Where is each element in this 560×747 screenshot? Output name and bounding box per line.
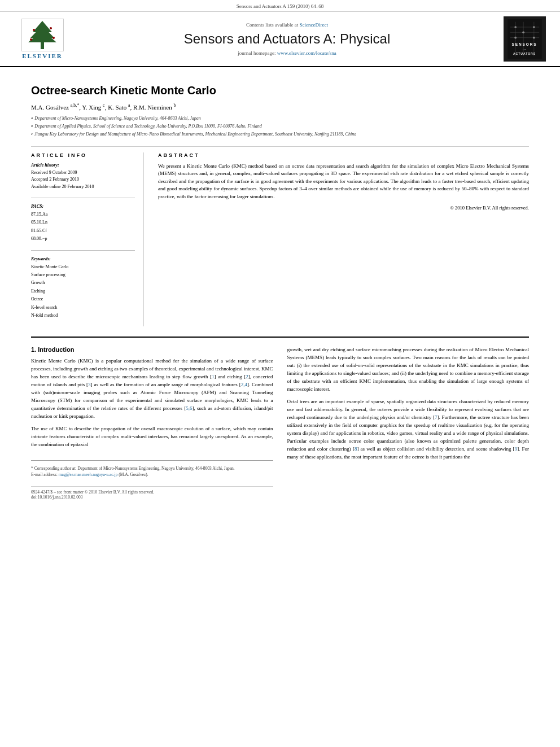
svg-point-16 [522,31,524,33]
paper-title: Octree-search Kinetic Monte Carlo [31,84,529,97]
svg-point-5 [50,27,52,29]
intro-label: Introduction [38,346,74,353]
page: Sensors and Actuators A 159 (2010) 64–68 [0,0,560,747]
svg-text:ACTUATORS: ACTUATORS [513,52,536,55]
pacs-label: PACS: [31,204,135,209]
homepage-label: journal homepage: [238,50,275,56]
copyright-line: © 2010 Elsevier B.V. All rights reserved… [158,205,529,211]
keywords-label: Keywords: [31,256,135,261]
keyword-1: Kinetic Monte Carlo [31,263,135,271]
pacs-item-3: 81.65.Cf [31,227,135,235]
pacs-item-2: 05.10.Ln [31,219,135,226]
content-area: Octree-search Kinetic Monte Carlo M.A. G… [0,67,560,511]
sensors-badge-svg: SENSORS ... ACTUATORS [506,19,543,59]
keyword-4: Etching [31,287,135,295]
svg-text:SENSORS: SENSORS [512,42,537,46]
right-para-1: growth, wet and dry etching and surface … [287,346,530,394]
affil-c-text: Jiangsu Key Laboratory for Design and Ma… [34,131,356,138]
sciencedirect-link[interactable]: ScienceDirect [300,22,328,28]
footnote-email: E-mail address: mag@se.mae.meeh.nagoya-u… [31,471,273,478]
abstract-column: ABSTRACT We present a Kinetic Monte Carl… [158,152,529,327]
main-col-right: growth, wet and dry etching and surface … [287,346,530,500]
affil-c: c Jiangsu Key Laboratory for Design and … [31,131,529,138]
accepted-date: Accepted 2 February 2010 [31,176,135,184]
keyword-7: N-fold method [31,312,135,320]
keywords-section: Keywords: Kinetic Monte Carlo Surface pr… [31,256,135,320]
journal-header: ELSEVIER Contents lists available at Sci… [0,12,560,67]
keyword-3: Growth [31,279,135,287]
svg-point-17 [533,26,535,28]
pacs-section: PACS: 87.15.Aa 05.10.Ln 81.65.Cf 68.08.−… [31,204,135,243]
authors-line: M.A. Gosálvez a,b,*, Y. Xing c, K. Sato … [31,103,529,111]
affil-b: b Department of Applied Physics, School … [31,123,529,130]
journal-header-center: Contents lists available at ScienceDirec… [79,16,495,62]
doi-line: doi:10.1016/j.sna.2010.02.003 [31,495,273,500]
right-para-2: Octal trees are an important example of … [287,398,530,461]
affil-a: a Department of Micro-Nanosystems Engine… [31,115,529,122]
main-col-left: 1. Introduction Kinetic Monte Carlo (KMC… [31,346,273,500]
intro-para-2: The use of KMC to describe the propagati… [31,425,273,449]
article-history-section: Article history: Received 9 October 2009… [31,163,135,191]
divider-1 [31,198,135,198]
svg-point-6 [30,38,32,41]
keywords-list: Kinetic Monte Carlo Surface processing G… [31,263,135,320]
issn-line: 0924-4247/$ – see front matter © 2010 El… [31,490,273,495]
affil-a-text: Department of Micro-Nanosystems Engineer… [34,115,200,122]
divider-2 [31,250,135,251]
article-history-label: Article history: [31,163,135,168]
elsevier-tree-svg [23,20,62,51]
svg-rect-0 [41,42,44,49]
svg-text:...: ... [523,47,527,50]
elsevier-logo-area: ELSEVIER [11,16,73,62]
article-info-abstract-row: ARTICLE INFO Article history: Received 9… [31,146,529,327]
affil-b-text: Department of Applied Physics, School of… [34,123,261,130]
sensors-badge-area: SENSORS ... ACTUATORS [501,16,549,62]
email-link[interactable]: mag@se.mae.meeh.nagoya-u.ac.jp [59,472,118,477]
footnote-corresponding: * Corresponding author at: Department of… [31,465,273,471]
elsevier-wordmark: ELSEVIER [22,53,63,59]
article-info-column: ARTICLE INFO Article history: Received 9… [31,152,144,327]
intro-number: 1. [31,346,36,353]
svg-point-7 [53,37,55,39]
sciencedirect-label: Contents lists available at [246,22,298,28]
pacs-item-4: 68.08.−p [31,235,135,243]
elsevier-tree-icon [21,19,64,51]
footnote-area: * Corresponding author at: Department of… [31,460,273,478]
svg-point-18 [514,37,517,39]
sensors-badge: SENSORS ... ACTUATORS [504,16,546,62]
email-label: E-mail address: [31,472,59,477]
svg-point-15 [514,26,517,28]
homepage-url[interactable]: www.elsevier.com/locate/sna [277,50,336,56]
intro-title: 1. Introduction [31,346,273,353]
affiliations: a Department of Micro-Nanosystems Engine… [31,115,529,138]
pacs-list: 87.15.Aa 05.10.Ln 81.65.Cf 68.08.−p [31,211,135,243]
keyword-2: Surface processing [31,271,135,279]
pacs-item-1: 87.15.Aa [31,211,135,219]
keyword-6: K-level search [31,304,135,312]
sciencedirect-bar: Contents lists available at ScienceDirec… [246,22,328,28]
svg-point-19 [533,37,535,39]
keyword-5: Octree [31,295,135,303]
svg-point-4 [33,29,35,31]
elsevier-logo: ELSEVIER [21,19,64,59]
article-info-heading: ARTICLE INFO [31,152,135,158]
received-date: Received 9 October 2009 [31,169,135,177]
main-body: 1. Introduction Kinetic Monte Carlo (KMC… [31,337,529,500]
intro-para-1: Kinetic Monte Carlo (KMC) is a popular c… [31,357,273,421]
abstract-text: We present a Kinetic Monte Carlo (KMC) m… [158,163,529,201]
abstract-heading: ABSTRACT [158,152,529,158]
email-suffix: (M.A. Gosálvez). [119,472,148,477]
bottom-bar: 0924-4247/$ – see front matter © 2010 El… [31,486,273,500]
journal-top-bar: Sensors and Actuators A 159 (2010) 64–68 [0,0,560,12]
journal-citation: Sensors and Actuators A 159 (2010) 64–68 [237,3,324,9]
available-date: Available online 20 February 2010 [31,184,135,191]
journal-title: Sensors and Actuators A: Physical [184,31,391,47]
journal-homepage: journal homepage: www.elsevier.com/locat… [238,50,336,56]
